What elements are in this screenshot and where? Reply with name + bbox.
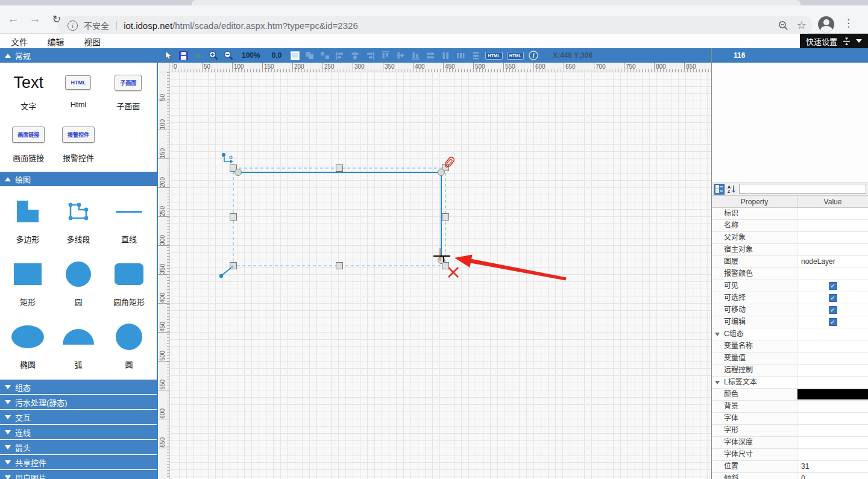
property-value[interactable]: ✓ <box>797 304 868 316</box>
html-preview-button[interactable]: HTML <box>507 52 524 60</box>
rounded-rect-icon <box>115 260 143 288</box>
section-header-组态[interactable]: 组态 <box>0 380 157 394</box>
property-value[interactable] <box>797 413 868 424</box>
property-grid-header: Property Value <box>712 196 868 208</box>
color-swatch[interactable] <box>797 389 868 399</box>
section-header-共享控件[interactable]: 共享控件 <box>0 455 157 469</box>
shape-item-椭圆[interactable]: 椭圆 <box>2 319 53 376</box>
design-canvas[interactable] <box>170 72 711 479</box>
object-tree[interactable] <box>712 63 868 183</box>
section-collapse-icon[interactable] <box>715 381 720 384</box>
checkbox-checked-icon[interactable]: ✓ <box>829 318 837 326</box>
resize-handle[interactable] <box>336 263 343 269</box>
property-value[interactable] <box>797 389 868 400</box>
resize-handle[interactable] <box>230 214 237 221</box>
shape-item-多线段[interactable]: 多线段 <box>53 194 104 251</box>
shape-item-弧[interactable]: 弧 <box>53 319 104 376</box>
section-header-用户图片[interactable]: 用户图片 <box>0 470 157 479</box>
checkbox-checked-icon[interactable]: ✓ <box>829 294 837 302</box>
palette-item-文字[interactable]: Text文字 <box>4 69 54 117</box>
shape-item-矩形[interactable]: 矩形 <box>2 257 53 313</box>
section-header-交互[interactable]: 交互 <box>0 410 157 424</box>
property-value[interactable]: 0 <box>797 473 868 479</box>
palette-item-Html[interactable]: HTMLHtml <box>54 69 104 117</box>
vertex-handle[interactable] <box>235 169 242 176</box>
shape-item-圆[interactable]: 圆 <box>104 319 154 376</box>
section-header-general[interactable]: 常规 <box>0 48 157 63</box>
shape-item-圆[interactable]: 圆 <box>53 257 104 313</box>
property-value[interactable]: ✓ <box>797 316 868 328</box>
select-cursor-button[interactable] <box>163 50 174 61</box>
menu-file[interactable]: 文件 <box>11 34 28 49</box>
section-collapse-icon[interactable] <box>715 333 720 336</box>
section-label: 交互 <box>15 412 31 423</box>
drawn-polyline[interactable] <box>238 172 441 259</box>
section-header-连线[interactable]: 连线 <box>0 425 157 439</box>
shape-item-多边形[interactable]: 多边形 <box>2 194 53 251</box>
security-label: 不安全 <box>84 19 109 31</box>
shape-item-直线[interactable]: 直线 <box>104 194 154 251</box>
html-export-button[interactable]: HTML <box>485 52 502 60</box>
property-value[interactable] <box>797 365 868 376</box>
same-width-button <box>425 50 436 61</box>
property-value[interactable] <box>797 244 868 255</box>
section-header-污水处理(静态)[interactable]: 污水处理(静态) <box>0 395 157 409</box>
save-button[interactable] <box>178 50 189 61</box>
browser-tab-strip <box>0 0 868 5</box>
property-value[interactable] <box>797 208 868 219</box>
resize-handle[interactable] <box>442 263 449 269</box>
vertex-handle[interactable] <box>438 169 445 176</box>
section-header-drawing[interactable]: 绘图 <box>0 172 157 186</box>
zoom-out-button[interactable] <box>223 50 234 61</box>
h-ruler-tick: 450 <box>443 63 444 72</box>
quick-settings-button[interactable]: 快速设置 <box>800 34 868 48</box>
property-value[interactable] <box>797 437 868 448</box>
shape-item-圆角矩形[interactable]: 圆角矩形 <box>104 257 154 313</box>
property-label: 字体尺寸 <box>712 449 797 460</box>
paperclip-icon <box>444 156 455 169</box>
profile-avatar[interactable] <box>818 16 834 33</box>
property-value[interactable] <box>797 449 868 460</box>
page-info-icon[interactable]: i <box>68 20 78 31</box>
property-value[interactable]: 31 <box>797 461 868 472</box>
menu-view[interactable]: 视图 <box>84 34 101 49</box>
property-value[interactable] <box>797 401 868 412</box>
property-value[interactable]: ✓ <box>797 280 868 292</box>
address-bar[interactable]: i 不安全 | iot.idosp.net/html/scada/editor.… <box>58 16 813 35</box>
palette-item-报警控件[interactable]: 报警控件报警控件 <box>54 121 104 169</box>
ungroup-button <box>319 50 330 61</box>
property-value[interactable] <box>797 232 868 243</box>
property-label: 颜色 <box>712 389 797 400</box>
resize-handle[interactable] <box>442 214 449 221</box>
palette-item-画面链接[interactable]: 画面链接画面链接 <box>4 121 54 169</box>
browser-zoom-icon[interactable] <box>778 20 788 31</box>
back-button[interactable]: ← <box>5 11 22 28</box>
categorize-button[interactable] <box>714 184 725 195</box>
group-button <box>304 50 315 61</box>
property-value[interactable] <box>797 352 868 364</box>
property-value[interactable] <box>797 220 868 231</box>
browser-active-tab[interactable] <box>192 0 800 5</box>
resize-handle[interactable] <box>336 165 343 172</box>
forward-button[interactable]: → <box>27 11 43 28</box>
section-header-箭头[interactable]: 箭头 <box>0 440 157 454</box>
h-ruler-tick: 50 <box>202 63 203 72</box>
property-filter-input[interactable] <box>739 184 866 194</box>
checkbox-checked-icon[interactable]: ✓ <box>829 282 837 290</box>
sort-az-button[interactable]: AZ <box>726 184 737 195</box>
canvas-settings-button[interactable] <box>289 50 300 61</box>
property-label: 可移动 <box>712 304 797 316</box>
checkbox-checked-icon[interactable]: ✓ <box>829 306 837 314</box>
info-button[interactable]: i <box>528 50 539 61</box>
property-value[interactable]: ✓ <box>797 292 868 304</box>
property-value[interactable]: nodeLayer <box>797 256 868 268</box>
property-value[interactable] <box>797 340 868 352</box>
property-value[interactable] <box>797 268 868 280</box>
palette-item-子画面[interactable]: 子画面子画面 <box>103 69 153 117</box>
property-grid: 标识名称父对象宿主对象图层nodeLayer报警颜色可见✓可选择✓可移动✓可编辑… <box>712 208 868 479</box>
property-value[interactable] <box>797 425 868 436</box>
browser-menu-icon[interactable]: ⋮ <box>843 16 854 31</box>
zoom-in-button[interactable] <box>208 50 219 61</box>
menu-edit[interactable]: 编辑 <box>47 34 64 49</box>
bookmark-star-icon[interactable]: ☆ <box>797 20 807 31</box>
